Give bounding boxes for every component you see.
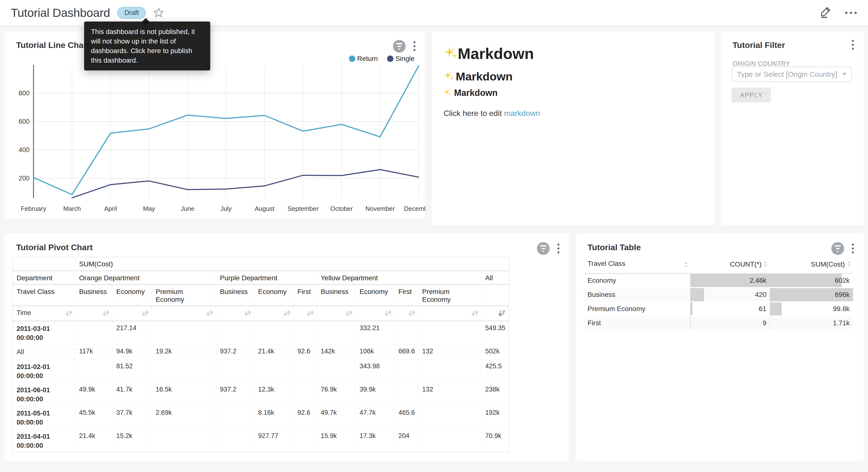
pivot-cell — [394, 359, 418, 383]
pivot-cell: 16.5k — [152, 383, 216, 406]
tutorial-table: Travel Class COUNT(*) SUM(Cost) Economy … — [584, 256, 853, 331]
markdown-body: Click here to edit markdown — [443, 109, 540, 118]
pivot-cell — [317, 359, 355, 383]
pivot-cell: 2.69k — [152, 406, 216, 429]
pivot-col-header: Economy — [112, 285, 152, 306]
pivot-cell — [254, 321, 293, 344]
pivot-cell: 502k — [481, 344, 509, 359]
chart-more-menu-icon[interactable] — [557, 243, 559, 254]
sparkles-icon — [443, 89, 452, 97]
table-row[interactable]: Premium Economy 61 99.8k — [584, 302, 853, 316]
pivot-metric-header: SUM(Cost) — [75, 257, 509, 271]
x-tick-label: September — [287, 205, 319, 212]
pivot-cell: 927.77 — [254, 429, 293, 452]
draft-status-badge[interactable]: Draft — [117, 7, 146, 19]
sort-icon[interactable] — [306, 309, 314, 319]
pivot-cell: 106k — [355, 344, 394, 359]
edit-pencil-icon[interactable] — [820, 6, 832, 19]
col-header-sum-cost[interactable]: SUM(Cost) — [770, 256, 853, 274]
cross-filter-icon[interactable] — [537, 242, 550, 255]
cross-filter-icon[interactable] — [831, 242, 844, 255]
line-chart-card: Tutorial Line Chart Return Single 200400… — [4, 32, 425, 218]
pivot-cell: 15.2k — [112, 429, 152, 452]
edit-markdown-link[interactable]: markdown — [504, 109, 540, 118]
table-grid: Travel Class COUNT(*) SUM(Cost) Economy … — [584, 256, 853, 331]
col-header-count[interactable]: COUNT(*) — [690, 256, 770, 274]
pivot-col-header: First — [293, 285, 317, 306]
table-card: Tutorial Table Travel Class COUNT(*) SUM… — [576, 234, 864, 461]
sort-icon[interactable] — [244, 309, 252, 319]
cell-count: 2.46k — [690, 274, 770, 288]
y-tick-label: 400 — [19, 146, 30, 154]
pivot-chart-title: Tutorial Pivot Chart — [16, 243, 93, 252]
pivot-col-header: Business — [216, 285, 254, 306]
table-row[interactable]: Business 420 696k — [584, 288, 853, 302]
col-header-travel-class[interactable]: Travel Class — [584, 256, 690, 274]
sort-icon[interactable] — [283, 309, 291, 319]
sort-icon[interactable] — [408, 309, 416, 319]
sort-icon[interactable] — [141, 309, 149, 319]
x-tick-label: December — [404, 205, 425, 212]
sort-icon[interactable] — [65, 309, 73, 319]
pivot-cell: 70.9k — [481, 429, 509, 452]
pivot-cell — [216, 359, 254, 383]
pivot-cell: 192k — [481, 406, 509, 429]
pivot-row: 2011-04-01 00:00:0021.4k15.2k927.7715.9k… — [12, 429, 509, 452]
x-tick-label: February — [21, 205, 46, 212]
pivot-cell — [418, 359, 481, 383]
pivot-cell: 425.5 — [481, 359, 509, 383]
pivot-cell: 41.7k — [112, 383, 152, 406]
sort-icon[interactable] — [206, 309, 213, 319]
pivot-cell: 132 — [418, 344, 481, 359]
sort-icon[interactable] — [471, 309, 479, 319]
sort-icon[interactable] — [102, 309, 110, 319]
pivot-cell: 217.14 — [112, 321, 152, 344]
markdown-h1: Markdown — [443, 45, 534, 62]
sort-icon[interactable] — [684, 261, 688, 270]
pivot-cell — [293, 429, 317, 452]
filter-more-menu-icon[interactable] — [852, 40, 854, 50]
table-row[interactable]: Economy 2.46k 602k — [584, 274, 853, 288]
pivot-cell — [75, 321, 112, 344]
pivot-cell: 669.6 — [394, 344, 418, 359]
table-row[interactable]: First 9 1.71k — [584, 316, 853, 330]
pivot-cell — [394, 383, 418, 406]
sort-icon[interactable] — [345, 309, 353, 319]
y-tick-label: 600 — [19, 118, 30, 125]
pivot-cell — [293, 321, 317, 344]
chart-legend: Return Single — [349, 55, 414, 63]
pivot-chart-card: Tutorial Pivot Chart SUM(Cost)Department… — [4, 234, 569, 461]
x-tick-label: August — [255, 205, 275, 212]
favorite-star-icon[interactable] — [153, 7, 164, 18]
pivot-row: 2011-03-01 00:00:00217.14332.21549.35 — [12, 321, 509, 344]
cell-travel-class: Business — [584, 288, 690, 302]
pivot-group-header: Orange Department — [75, 271, 216, 285]
apply-button[interactable]: APPLY — [732, 88, 771, 102]
select-placeholder: Type or Select [Origin Country] — [737, 70, 840, 79]
markdown-card[interactable]: Markdown Markdown Markdown Click here to… — [432, 32, 714, 225]
table-card-title: Tutorial Table — [588, 243, 641, 252]
pivot-cell — [152, 321, 216, 344]
sort-icon[interactable] — [763, 261, 768, 269]
x-tick-label: May — [143, 205, 155, 212]
cell-travel-class: Economy — [584, 274, 690, 288]
pivot-cell: 332.21 — [355, 321, 394, 344]
pivot-col-header: Premium Economy — [152, 285, 216, 306]
header-more-menu-icon[interactable] — [845, 12, 857, 14]
sort-icon[interactable] — [384, 309, 392, 319]
page-title: Tutorial Dashboard — [11, 6, 110, 20]
legend-item-return[interactable]: Return — [349, 55, 378, 63]
legend-item-single[interactable]: Single — [387, 55, 414, 63]
pivot-cell — [152, 359, 216, 383]
pivot-grid: SUM(Cost)DepartmentOrange DepartmentPurp… — [12, 257, 509, 453]
sort-desc-active-icon[interactable] — [498, 309, 506, 319]
pivot-row-label: 2011-02-01 00:00:00 — [12, 359, 75, 383]
pivot-col-header: First — [394, 285, 418, 306]
sort-icon[interactable] — [847, 261, 851, 269]
pivot-row-label: 2011-04-01 00:00:00 — [12, 429, 75, 452]
chart-more-menu-icon[interactable] — [852, 243, 854, 254]
pivot-cell: 19.2k — [152, 344, 216, 359]
sparkles-icon — [443, 71, 454, 82]
pivot-cell: 15.9k — [317, 429, 355, 452]
origin-country-select[interactable]: Type or Select [Origin Country] — [732, 66, 852, 82]
